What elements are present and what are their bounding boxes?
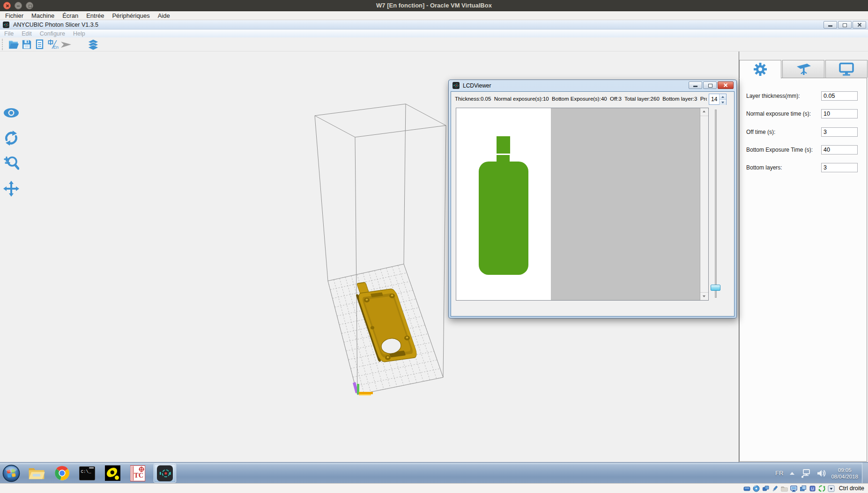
app-close-button[interactable] — [853, 21, 866, 29]
gear-icon — [753, 62, 768, 77]
taskbar-cmd[interactable]: C:\_ — [78, 464, 96, 483]
yellow-app-icon — [105, 465, 120, 481]
off-time-input[interactable] — [821, 127, 858, 137]
tab-machine[interactable] — [825, 60, 868, 78]
virtualbox-menubar: Fichier Machine Écran Entrée Périphériqu… — [0, 11, 868, 20]
vbox-network-icon[interactable] — [762, 485, 769, 492]
slice-empty-area — [551, 108, 700, 300]
scroll-down-arrow[interactable] — [700, 292, 708, 300]
field-off-time: Off time (s): — [740, 127, 867, 138]
rotate-button[interactable] — [3, 131, 20, 146]
taskbar-explorer[interactable] — [27, 464, 46, 483]
menu-edit[interactable]: Edit — [22, 30, 32, 37]
language-toggle-button[interactable]: En — [46, 38, 59, 51]
layer-spin-up-button[interactable] — [720, 94, 726, 99]
app-restore-button[interactable] — [838, 21, 852, 29]
vbox-shared-folder-icon[interactable] — [781, 485, 788, 492]
vbox-usb-icon[interactable]: U — [809, 485, 816, 492]
layer-slider-handle[interactable] — [711, 285, 720, 291]
model-3d[interactable] — [352, 279, 418, 362]
svg-text:U: U — [811, 486, 814, 491]
show-desktop-button[interactable] — [862, 463, 868, 484]
clock[interactable]: 09:05 08/04/2018 — [831, 467, 858, 480]
start-button[interactable] — [2, 464, 21, 483]
virtualbox-window: W7 [En fonction] - Oracle VM VirtualBox … — [0, 0, 868, 493]
layers-icon — [88, 39, 99, 50]
windows-taskbar: C:\_ TC FR 09:05 08/04/2018 — [0, 462, 868, 483]
slice-image-area — [456, 108, 551, 300]
slice-button[interactable] — [59, 38, 73, 51]
menu-aide[interactable]: Aide — [158, 12, 170, 19]
lcdviewer-titlebar[interactable]: LCDViewer — [451, 80, 734, 91]
hidden-icons-chevron[interactable] — [790, 472, 794, 475]
windows-start-orb — [2, 464, 20, 482]
taskbar-yellow-app[interactable] — [103, 464, 122, 483]
toolbar-grip[interactable] — [2, 39, 4, 50]
monitor-icon — [838, 62, 854, 76]
menu-peripheriques[interactable]: Périphériques — [112, 12, 149, 19]
view-button[interactable] — [3, 105, 20, 120]
taskbar-chrome[interactable] — [52, 464, 71, 483]
lcdviewer-close-button[interactable] — [718, 81, 734, 89]
lcdviewer-minimize-button[interactable] — [689, 81, 702, 89]
slice-shape — [456, 108, 551, 301]
menu-file[interactable]: File — [4, 30, 14, 37]
volume-icon[interactable] — [816, 469, 826, 478]
scroll-up-arrow[interactable] — [700, 108, 708, 116]
app-window-title: ANYCUBIC Photon Slicer V1.3.5 — [13, 20, 98, 29]
app-minimize-button[interactable] — [823, 21, 837, 29]
tab-print-settings[interactable] — [739, 60, 781, 79]
host-titlebar[interactable]: W7 [En fonction] - Oracle VM VirtualBox — [0, 0, 868, 11]
vbox-cd-icon[interactable] — [753, 485, 760, 492]
layer-spinner-value: 14 — [711, 96, 717, 103]
chrome-icon — [54, 465, 70, 481]
explorer-folder-icon — [28, 466, 45, 480]
virtualbox-statusbar: U Ctrl droite — [0, 483, 868, 493]
layers-view-button[interactable] — [87, 38, 100, 51]
lcdviewer-title: LCDViewer — [463, 80, 491, 91]
network-icon[interactable] — [801, 469, 811, 478]
vbox-hdd-icon[interactable] — [743, 485, 750, 492]
tab-supports[interactable] — [782, 60, 824, 78]
vbox-status-menu-arrow[interactable] — [828, 485, 835, 492]
menu-configure[interactable]: Configure — [40, 30, 65, 37]
vbox-shared-clipboard-icon[interactable] — [818, 485, 825, 492]
field-bottom-layers: Bottom layers: — [740, 163, 867, 173]
menu-machine[interactable]: Machine — [31, 12, 54, 19]
field-layer-thickness: Layer thickness(mm): — [740, 91, 867, 102]
taskbar-turbocad[interactable]: TC — [128, 464, 147, 483]
taskbar-photon-slicer-active[interactable] — [154, 464, 176, 483]
bottom-exposure-input[interactable] — [821, 145, 858, 155]
eye-icon — [3, 107, 20, 118]
layer-slider[interactable] — [715, 110, 717, 298]
move-button[interactable] — [3, 181, 20, 196]
slice-scrollbar[interactable] — [700, 108, 708, 300]
layer-spinner[interactable]: 14 — [709, 94, 727, 105]
app-titlebar[interactable]: ANYCUBIC Photon Slicer V1.3.5 — [0, 20, 868, 29]
field-normal-exposure: Normal exposure time (s): — [740, 109, 867, 119]
menu-entree[interactable]: Entrée — [86, 12, 104, 19]
open-file-button[interactable] — [7, 38, 20, 51]
copy-document-button[interactable] — [33, 38, 46, 51]
normal-exposure-input[interactable] — [821, 109, 858, 118]
vbox-windows-icon[interactable] — [800, 485, 807, 492]
lcdviewer-restore-button[interactable] — [703, 81, 717, 89]
slice-preview[interactable] — [456, 108, 709, 301]
menu-ecran[interactable]: Écran — [62, 12, 78, 19]
vbox-pointer-icon[interactable] — [772, 485, 779, 492]
turbocad-icon: TC — [130, 465, 145, 481]
move-icon — [3, 181, 19, 197]
language-icon: En — [47, 39, 59, 50]
view-tools — [3, 105, 20, 196]
language-indicator[interactable]: FR — [775, 470, 783, 477]
zoom-button[interactable] — [3, 156, 20, 171]
vbox-display-icon[interactable] — [790, 485, 797, 492]
svg-text:TC: TC — [134, 471, 143, 479]
menu-fichier[interactable]: Fichier — [5, 12, 23, 19]
layer-thickness-input[interactable] — [821, 91, 858, 101]
clock-date: 08/04/2018 — [831, 473, 858, 480]
menu-help[interactable]: Help — [73, 30, 85, 37]
bottom-layers-input[interactable] — [821, 163, 858, 172]
save-button[interactable] — [20, 38, 33, 51]
layer-spin-down-button[interactable] — [720, 99, 726, 105]
